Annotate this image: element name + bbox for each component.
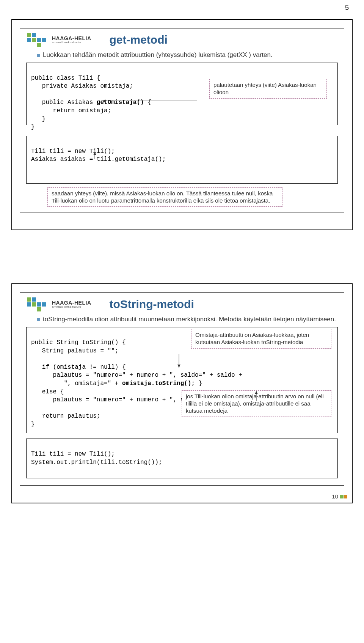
svg-rect-17 (42, 302, 46, 307)
code-line: return palautus; (31, 413, 100, 420)
code-line: Tili tili = new Tili(); (31, 451, 115, 457)
svg-rect-16 (37, 307, 41, 311)
code-line: if (omistaja != null) { (31, 364, 126, 371)
code-line: return omistaja; (31, 107, 111, 114)
slide-title: get-metodi (110, 33, 168, 46)
slide-title: toString-metodi (110, 298, 194, 311)
code-line: ", omistaja=" + omistaja.toString(); } (31, 380, 202, 387)
logo-sub: ammattikorkeakoulu (52, 305, 91, 308)
header-row: HAAGA-HELIA ammattikorkeakoulu toString-… (26, 297, 338, 312)
svg-rect-13 (27, 302, 31, 307)
svg-rect-0 (27, 33, 31, 37)
code-line: else { (31, 388, 64, 395)
svg-marker-19 (177, 365, 180, 368)
code-block-tostring: public String toString() { String palaut… (26, 327, 338, 433)
haaga-helia-logo-icon (26, 297, 49, 312)
svg-rect-11 (27, 297, 31, 302)
code-line: } (31, 124, 35, 130)
haaga-helia-logo-icon (26, 32, 49, 47)
arrow-icon (177, 354, 181, 369)
code-line: public class Tili { (31, 75, 100, 82)
square-icon (344, 495, 347, 498)
slide-inner: HAAGA-HELIA ammattikorkeakoulu get-metod… (20, 28, 344, 212)
header-row: HAAGA-HELIA ammattikorkeakoulu get-metod… (26, 32, 338, 47)
code-block-class: public class Tili { private Asiakas omis… (26, 63, 338, 125)
bullet-item: Luokkaan tehdään metodit attribuuttien (… (37, 51, 338, 59)
logo-text: HAAGA-HELIA ammattikorkeakoulu (52, 300, 91, 308)
svg-rect-12 (32, 297, 36, 302)
code-line: Tili tili = new Tili(); (31, 148, 115, 155)
callout-return-reference: palautetaan yhteys (viite) Asiakas-luoka… (209, 79, 327, 99)
bullet-text: Luokkaan tehdään metodit attribuuttien (… (43, 51, 273, 59)
code-line: palautus = "numero=" + numero + ", saldo… (31, 372, 242, 379)
logo-main: HAAGA-HELIA (52, 300, 91, 305)
code-line: } (31, 421, 35, 428)
code-line: private Asiakas omistaja; (31, 83, 133, 90)
code-line: String palautus = ""; (31, 347, 118, 354)
code-line: public String toString() { (31, 339, 126, 346)
callout-omistaja-attr: Omistaja-attribuutti on Asiakas-luokkaa,… (191, 329, 331, 349)
svg-rect-4 (37, 38, 41, 42)
bullet-text: toString-metodilla olion attribuutit muu… (43, 316, 336, 323)
bullet-icon (37, 54, 40, 57)
bullet-item: toString-metodilla olion attribuutit muu… (37, 316, 338, 323)
callout-null-explanation: saadaan yhteys (viite), missä Asiakas-lu… (47, 187, 282, 207)
svg-rect-1 (32, 33, 36, 37)
code-line: } (31, 116, 46, 123)
slide-inner: HAAGA-HELIA ammattikorkeakoulu toString-… (20, 292, 344, 485)
code-block-usage: Tili tili = new Tili(); Asiakas asiakas … (26, 136, 338, 184)
svg-rect-2 (27, 38, 31, 42)
code-block-usage: Tili tili = new Tili(); System.out.print… (26, 439, 338, 478)
slide-number: 10 (332, 493, 347, 500)
logo-sub: ammattikorkeakoulu (52, 41, 91, 44)
code-line: System.out.println(tili.toString()); (31, 459, 162, 466)
square-icon (340, 495, 344, 498)
logo-text: HAAGA-HELIA ammattikorkeakoulu (52, 36, 91, 44)
callout-null-check: jos Tili-luokan olion omistaja-attribuut… (182, 390, 331, 417)
svg-rect-5 (37, 43, 41, 47)
svg-rect-3 (32, 38, 36, 42)
svg-rect-6 (42, 38, 46, 42)
slide-tostring-metodi: HAAGA-HELIA ammattikorkeakoulu toString-… (11, 283, 353, 503)
svg-rect-14 (32, 302, 36, 307)
svg-rect-15 (37, 302, 41, 307)
slide-get-metodi: HAAGA-HELIA ammattikorkeakoulu get-metod… (11, 19, 353, 230)
logo-main: HAAGA-HELIA (52, 36, 91, 41)
code-line: Asiakas asiakas = tili.getOmistaja(); (31, 156, 166, 163)
page-number: 5 (345, 4, 349, 12)
code-line: public Asiakas getOmistaja() { (31, 99, 151, 106)
bullet-icon (37, 318, 40, 321)
